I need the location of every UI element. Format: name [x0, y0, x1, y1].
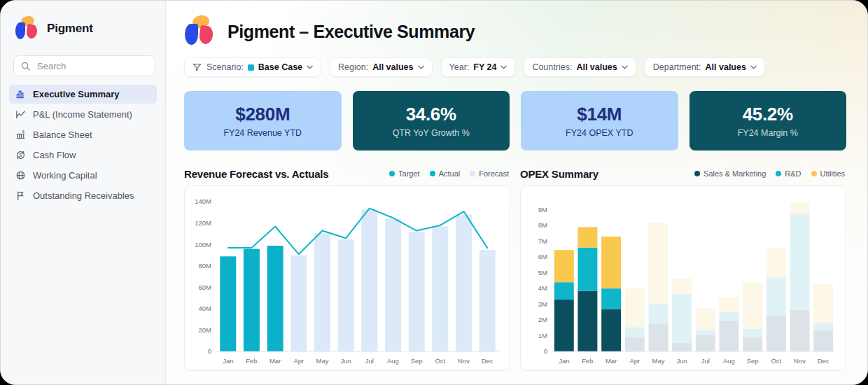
legend-item-forecast[interactable]: Forecast	[470, 169, 509, 178]
svg-text:Jul: Jul	[365, 357, 374, 365]
opex-chart-section: OPEX Summary Sales & MarketingR&DUtiliti…	[520, 167, 846, 371]
opex-chart-legend: Sales & MarketingR&DUtilities	[694, 169, 845, 178]
app-window: Pigment Executive SummaryP&L (Income Sta…	[0, 0, 868, 385]
sidebar-item-label: Cash Flow	[33, 150, 76, 160]
sidebar: Pigment Executive SummaryP&L (Income Sta…	[1, 1, 166, 384]
legend-label: R&D	[785, 169, 801, 178]
legend-item-actual[interactable]: Actual	[430, 169, 461, 178]
svg-text:Mar: Mar	[270, 357, 281, 365]
legend-item-r-d[interactable]: R&D	[776, 169, 801, 178]
svg-text:8M: 8M	[538, 221, 547, 229]
opex-chart-card: 01M2M3M4M5M6M7M8M9MJanFebMarAprMayJunJul…	[520, 186, 846, 371]
svg-text:Aug: Aug	[723, 357, 735, 365]
legend-dot	[694, 171, 700, 176]
logo-petal-blue	[15, 22, 25, 39]
revenue-chart-section: Revenue Forecast vs. Actuals TargetActua…	[184, 167, 510, 371]
svg-text:80M: 80M	[199, 262, 211, 270]
legend-item-sales-marketing[interactable]: Sales & Marketing	[694, 169, 766, 178]
svg-text:Jan: Jan	[223, 357, 233, 365]
filter-chip-department[interactable]: Department:All values	[645, 57, 765, 77]
filter-value: All values	[372, 62, 413, 72]
kpi-label: QTR YoY Growth %	[393, 128, 470, 138]
svg-text:Feb: Feb	[246, 357, 257, 365]
chevron-down-icon	[307, 65, 313, 69]
sidebar-item-executive-summary[interactable]: Executive Summary	[9, 85, 157, 104]
revenue-chart-svg: 020M40M60M80M100M120M140MJanFebMarAprMay…	[191, 193, 503, 369]
chevron-down-icon	[622, 65, 628, 69]
flag-icon	[15, 190, 26, 201]
logo-petal-pink	[26, 24, 38, 39]
revenue-chart-title: Revenue Forecast vs. Actuals	[184, 168, 328, 180]
kpi-value: $280M	[235, 104, 290, 125]
sidebar-item-cash-flow[interactable]: $Cash Flow	[9, 146, 157, 164]
kpi-card-fy24-revenue-ytd: $280MFY24 Revenue YTD	[184, 91, 342, 150]
legend-item-target[interactable]: Target	[389, 169, 420, 178]
svg-text:$: $	[19, 153, 22, 158]
filter-bar: Scenario:Base CaseRegion:All valuesYear:…	[184, 57, 846, 77]
kpi-card-fy24-opex-ytd: $14MFY24 OPEX YTD	[521, 91, 678, 150]
sidebar-item-label: Executive Summary	[33, 89, 120, 99]
filter-label: Department:	[653, 62, 701, 72]
kpi-value: 34.6%	[406, 104, 456, 125]
svg-text:6M: 6M	[538, 253, 547, 260]
filter-chip-region[interactable]: Region:All values	[330, 57, 432, 77]
main-content: Pigment – Executive Summary Scenario:Bas…	[166, 1, 867, 384]
line-chart-icon	[15, 109, 26, 120]
funnel-icon	[192, 63, 202, 71]
sidebar-item-label: Working Capital	[33, 170, 97, 181]
chevron-down-icon	[750, 65, 757, 69]
svg-text:4M: 4M	[538, 284, 547, 292]
sidebar-item-balance-sheet[interactable]: $Balance Sheet	[9, 125, 157, 144]
svg-text:Feb: Feb	[582, 357, 593, 365]
legend-item-utilities[interactable]: Utilities	[811, 169, 845, 178]
svg-text:2M: 2M	[538, 316, 547, 323]
filter-chip-year[interactable]: Year:FY 24	[441, 57, 516, 77]
brand-name: Pigment	[47, 22, 93, 36]
filter-chip-countries[interactable]: Countries:All values	[524, 57, 636, 77]
legend-label: Utilities	[820, 169, 845, 178]
filter-label: Scenario:	[206, 62, 244, 72]
pigment-logo-icon	[15, 16, 40, 41]
legend-label: Sales & Marketing	[704, 169, 766, 178]
filter-value: FY 24	[473, 62, 496, 72]
svg-text:Nov: Nov	[458, 357, 470, 365]
kpi-label: FY24 Revenue YTD	[223, 128, 302, 138]
legend-label: Target	[398, 169, 420, 178]
legend-dot	[470, 171, 475, 176]
revenue-chart-card: 020M40M60M80M100M120M140MJanFebMarAprMay…	[184, 186, 510, 371]
logo-petal-pink	[198, 25, 214, 45]
svg-text:Nov: Nov	[794, 357, 806, 365]
page-header: Pigment – Executive Summary	[184, 15, 846, 48]
charts-row: Revenue Forecast vs. Actuals TargetActua…	[184, 167, 846, 371]
kpi-value: $14M	[577, 104, 622, 125]
sidebar-brand: Pigment	[1, 1, 165, 54]
svg-text:40M: 40M	[199, 304, 211, 312]
search-input[interactable]	[36, 60, 148, 72]
globe-icon	[15, 170, 26, 181]
svg-text:May: May	[652, 357, 665, 365]
revenue-chart-legend: TargetActualForecast	[389, 169, 509, 178]
svg-text:Jun: Jun	[676, 357, 687, 365]
svg-text:Oct: Oct	[435, 357, 445, 365]
sidebar-item-outstanding-receivables[interactable]: Outstanding Receivables	[9, 186, 157, 205]
svg-text:9M: 9M	[538, 206, 547, 214]
svg-text:140M: 140M	[195, 197, 211, 205]
kpi-card-fy24-margin: 45.2%FY24 Margin %	[690, 91, 847, 150]
filter-value: Base Case	[258, 62, 302, 72]
pigment-logo-large	[184, 15, 216, 48]
svg-text:20M: 20M	[199, 326, 211, 334]
svg-text:Apr: Apr	[629, 357, 640, 365]
cash-cycle-icon: $	[15, 150, 26, 160]
legend-dot	[430, 171, 435, 176]
sidebar-item-label: P&L (Income Statement)	[33, 109, 132, 120]
svg-text:Sep: Sep	[411, 357, 423, 365]
svg-text:3M: 3M	[538, 300, 547, 308]
opex-chart-svg: 01M2M3M4M5M6M7M8M9MJanFebMarAprMayJunJul…	[527, 193, 839, 369]
search-box[interactable]	[13, 55, 155, 76]
sidebar-item-p-l-income-statement[interactable]: P&L (Income Statement)	[9, 105, 157, 124]
filter-label: Countries:	[532, 62, 572, 72]
filter-chip-scenario[interactable]: Scenario:Base Case	[184, 57, 321, 77]
filter-value: All values	[706, 62, 746, 72]
svg-text:Dec: Dec	[818, 357, 830, 365]
sidebar-item-working-capital[interactable]: Working Capital	[9, 166, 157, 185]
